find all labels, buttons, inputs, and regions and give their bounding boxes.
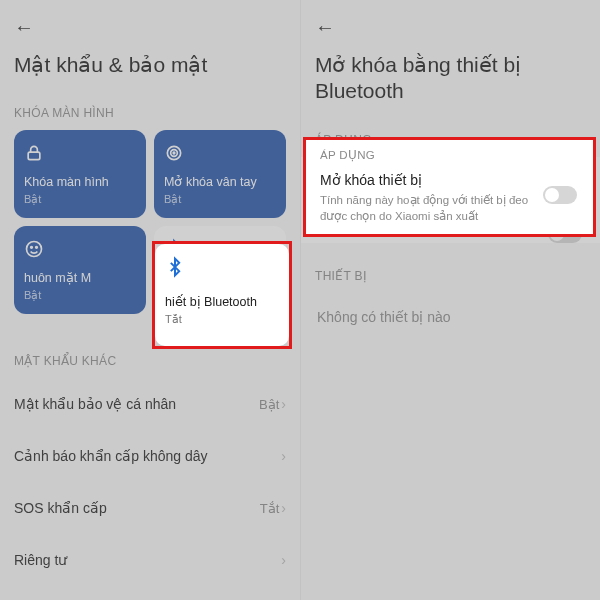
page-title: Mật khẩu & bảo mật (14, 52, 286, 78)
svg-point-4 (27, 241, 42, 256)
chevron-right-icon: › (281, 500, 286, 516)
row-label: Mật khẩu bảo vệ cá nhân (14, 396, 176, 412)
row-privacy[interactable]: Riêng tư › (14, 534, 286, 572)
right-pane: ← Mở khóa bằng thiết bị Bluetooth ÁP DỤN… (300, 0, 600, 600)
face-icon (24, 238, 136, 259)
back-icon[interactable]: ← (14, 16, 34, 39)
row-label: Cảnh báo khẩn cấp không dây (14, 448, 208, 464)
tile-label: Mở khóa vân tay (164, 175, 276, 189)
svg-point-3 (173, 152, 175, 154)
svg-point-6 (36, 246, 38, 248)
tile-status: Bật (24, 193, 136, 206)
row-wireless-alert[interactable]: Cảnh báo khẩn cấp không dây › (14, 430, 286, 482)
section-lock-header: KHÓA MÀN HÌNH (14, 106, 286, 120)
chevron-right-icon: › (281, 396, 286, 412)
svg-rect-0 (28, 152, 40, 160)
section-other-header: MẬT KHẨU KHÁC (14, 354, 286, 368)
svg-point-5 (31, 246, 33, 248)
fingerprint-icon (164, 142, 276, 163)
row-value: Bật (259, 397, 279, 412)
tile-status: Bật (24, 289, 136, 302)
chevron-right-icon: › (281, 448, 286, 464)
tile-fingerprint[interactable]: Mở khóa vân tay Bật (154, 130, 286, 218)
lock-icon (24, 142, 136, 163)
tile-label: Khóa màn hình (24, 175, 136, 189)
tile-label: huôn mặt M (24, 271, 136, 285)
tile-face[interactable]: huôn mặt M Bật (14, 226, 146, 314)
row-value: Tắt (260, 501, 280, 516)
devices-empty: Không có thiết bị nào (315, 293, 586, 341)
back-icon[interactable]: ← (315, 16, 335, 39)
highlight-bluetooth-fill: hiết bị Bluetooth Tắt (155, 244, 289, 346)
row-privacy-password[interactable]: Mật khẩu bảo vệ cá nhân Bật› (14, 378, 286, 430)
row-label: SOS khẩn cấp (14, 500, 107, 516)
section-device-header: THIẾT BỊ (315, 269, 586, 283)
tile-screen-lock[interactable]: Khóa màn hình Bật (14, 130, 146, 218)
tile-status: Bật (164, 193, 276, 206)
row-label: Riêng tư (14, 552, 67, 568)
page-title: Mở khóa bằng thiết bị Bluetooth (315, 52, 586, 105)
chevron-right-icon: › (281, 552, 286, 568)
highlight-apply-fill: ÁP DỤNG Mở khóa thiết bị Tính năng này h… (306, 140, 593, 234)
row-sos[interactable]: SOS khẩn cấp Tắt› (14, 482, 286, 534)
